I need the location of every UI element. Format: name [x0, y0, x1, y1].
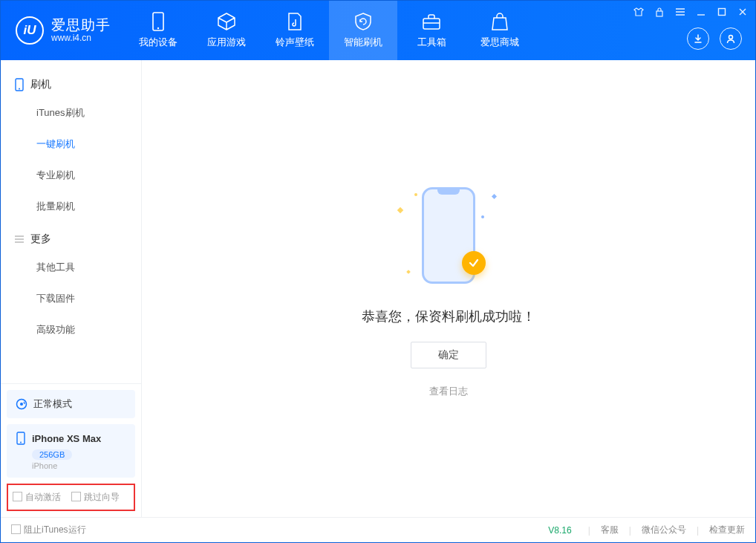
success-illustration	[382, 180, 515, 291]
device-icon	[16, 432, 26, 445]
option-box: 自动激活 跳过向导	[7, 484, 135, 511]
footer-link-support[interactable]: 客服	[601, 524, 619, 536]
sidebar-item-itunes-flash[interactable]: iTunes刷机	[1, 97, 141, 129]
device-name-row: iPhone XS Max	[16, 432, 126, 445]
svg-point-3	[729, 36, 733, 39]
nav-tabs: 我的设备 应用游戏 铃声壁纸 智能刷机	[124, 1, 534, 60]
header: iU 爱思助手 www.i4.cn 我的设备 应用游戏	[1, 1, 755, 60]
nav-my-device[interactable]: 我的设备	[124, 1, 192, 60]
app-name-en: www.i4.cn	[51, 33, 111, 44]
sidebar-item-batch-flash[interactable]: 批量刷机	[1, 191, 141, 222]
device-type: iPhone	[32, 461, 126, 470]
body: 刷机 iTunes刷机 一键刷机 专业刷机 批量刷机 更多 其他工具 下载固件 …	[1, 60, 755, 517]
view-log-link[interactable]: 查看日志	[429, 385, 468, 398]
cube-icon	[217, 12, 236, 31]
user-icon[interactable]	[720, 27, 742, 50]
nav-label: 铃声壁纸	[276, 36, 314, 49]
capacity-badge: 256GB	[32, 449, 72, 460]
sidebar: 刷机 iTunes刷机 一键刷机 专业刷机 批量刷机 更多 其他工具 下载固件 …	[1, 60, 142, 517]
svg-point-11	[20, 442, 22, 443]
nav-ringtones[interactable]: 铃声壁纸	[261, 1, 329, 60]
nav-label: 工具箱	[417, 36, 446, 49]
refresh-shield-icon	[353, 12, 373, 31]
sidebar-item-oneclick-flash[interactable]: 一键刷机	[1, 129, 141, 160]
separator: |	[584, 525, 595, 536]
sidebar-item-pro-flash[interactable]: 专业刷机	[1, 160, 141, 191]
mode-label: 正常模式	[33, 397, 72, 411]
footer-link-wechat[interactable]: 微信公众号	[642, 524, 686, 536]
close-icon[interactable]	[736, 5, 749, 19]
checkbox-label: 阻止iTunes运行	[24, 524, 86, 535]
sidebar-group-more: 更多	[1, 222, 141, 252]
footer-left: 阻止iTunes运行	[11, 524, 86, 536]
checkbox-icon	[13, 492, 22, 501]
success-text: 恭喜您，保资料刷机成功啦！	[362, 308, 535, 325]
dot-icon	[481, 215, 484, 218]
ok-button[interactable]: 确定	[411, 342, 486, 368]
checkbox-skip-guide[interactable]: 跳过向导	[71, 491, 120, 504]
svg-rect-5	[719, 9, 726, 16]
window-controls	[632, 5, 749, 19]
device-row[interactable]: iPhone XS Max 256GB iPhone	[7, 424, 135, 478]
nav-label: 我的设备	[139, 36, 177, 49]
group-title: 刷机	[30, 78, 51, 91]
footer-link-update[interactable]: 检查更新	[709, 524, 745, 536]
checkbox-block-itunes[interactable]: 阻止iTunes运行	[11, 524, 86, 536]
separator: |	[625, 525, 636, 536]
svg-rect-2	[423, 19, 440, 29]
nav-store[interactable]: 爱思商城	[466, 1, 534, 60]
bag-icon	[490, 12, 509, 31]
dot-icon	[414, 193, 417, 196]
footer-right: V8.16 | 客服 | 微信公众号 | 检查更新	[548, 524, 745, 536]
separator: |	[692, 525, 703, 536]
svg-point-9	[20, 403, 23, 406]
phone-icon	[149, 12, 168, 31]
logo-text: 爱思助手 www.i4.cn	[51, 17, 111, 44]
logo-block: iU 爱思助手 www.i4.cn	[1, 1, 124, 60]
download-icon[interactable]	[687, 27, 709, 50]
nav-flash[interactable]: 智能刷机	[329, 1, 397, 60]
nav-toolbox[interactable]: 工具箱	[397, 1, 466, 60]
maximize-icon[interactable]	[715, 5, 729, 19]
nav-label: 智能刷机	[344, 36, 382, 49]
group-title: 更多	[30, 233, 51, 246]
app-window: iU 爱思助手 www.i4.cn 我的设备 应用游戏	[0, 0, 756, 543]
main-content: 恭喜您，保资料刷机成功啦！ 确定 查看日志	[142, 60, 755, 517]
list-icon	[14, 235, 25, 244]
check-badge-icon	[462, 251, 486, 275]
footer: 阻止iTunes运行 V8.16 | 客服 | 微信公众号 | 检查更新	[1, 517, 755, 542]
menu-icon[interactable]	[674, 5, 687, 19]
sidebar-item-download-firmware[interactable]: 下载固件	[1, 283, 141, 314]
sidebar-item-other-tools[interactable]: 其他工具	[1, 252, 141, 283]
toolbox-icon	[422, 12, 441, 31]
svg-point-1	[157, 27, 159, 29]
nav-label: 应用游戏	[207, 36, 246, 49]
device-name: iPhone XS Max	[32, 433, 101, 444]
svg-rect-4	[656, 11, 662, 16]
checkbox-label: 跳过向导	[84, 492, 120, 502]
header-right-icons	[687, 27, 742, 50]
checkbox-icon	[71, 492, 81, 501]
lock-icon[interactable]	[653, 5, 666, 19]
sidebar-bottom: 正常模式 iPhone XS Max 256GB iPhone 自动激活 跳过向…	[1, 383, 141, 517]
sparkle-icon	[492, 193, 497, 198]
mode-icon	[16, 398, 27, 410]
svg-point-7	[19, 88, 20, 90]
shirt-icon[interactable]	[632, 5, 645, 19]
sidebar-group-flash: 刷机	[1, 68, 141, 97]
sidebar-item-advanced[interactable]: 高级功能	[1, 314, 141, 345]
mode-row[interactable]: 正常模式	[7, 390, 135, 418]
checkbox-icon	[11, 524, 21, 534]
nav-apps-games[interactable]: 应用游戏	[192, 1, 261, 60]
sidebar-scroll: 刷机 iTunes刷机 一键刷机 专业刷机 批量刷机 更多 其他工具 下载固件 …	[1, 60, 141, 383]
phone-outline-icon	[14, 78, 25, 91]
music-file-icon	[285, 12, 304, 31]
sparkle-icon	[397, 207, 403, 212]
sparkle-icon	[406, 270, 411, 274]
checkbox-auto-activate[interactable]: 自动激活	[13, 491, 61, 504]
nav-label: 爱思商城	[480, 36, 519, 49]
minimize-icon[interactable]	[694, 5, 708, 19]
checkbox-label: 自动激活	[25, 492, 61, 502]
app-name-cn: 爱思助手	[51, 17, 111, 33]
logo-icon: iU	[16, 16, 44, 45]
